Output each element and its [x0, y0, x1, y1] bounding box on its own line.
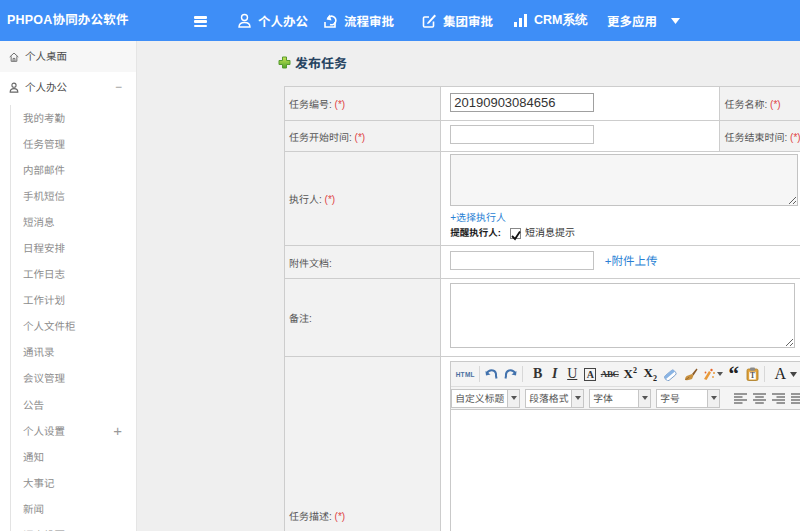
- svg-text:T: T: [750, 371, 755, 380]
